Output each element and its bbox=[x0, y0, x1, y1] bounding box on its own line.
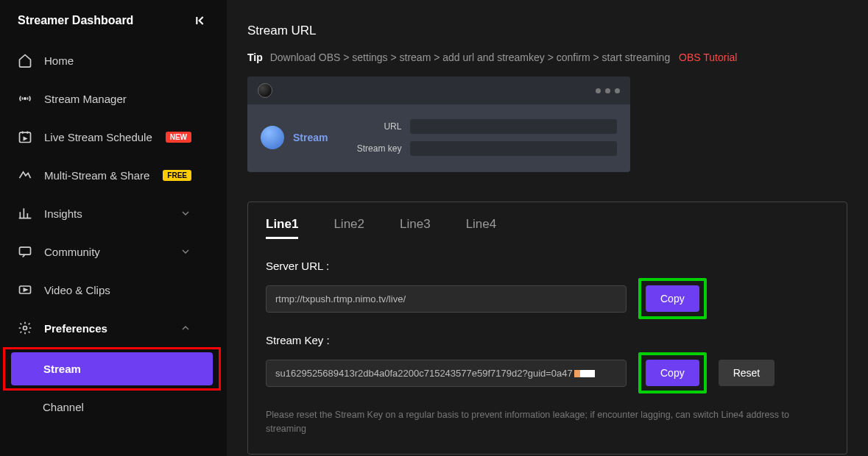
tab-line1[interactable]: Line1 bbox=[266, 217, 298, 239]
masked-suffix bbox=[574, 370, 595, 377]
highlight-stream: Stream bbox=[3, 347, 221, 391]
tip-line: Tip Download OBS > settings > stream > a… bbox=[247, 51, 847, 63]
svg-point-0 bbox=[24, 98, 27, 100]
gear-icon bbox=[18, 321, 32, 335]
obs-url-label: URL bbox=[345, 121, 401, 132]
sidebar-title: Streamer Dashboard bbox=[18, 14, 133, 27]
server-url-input[interactable] bbox=[266, 285, 627, 313]
highlight-copy-url: Copy bbox=[638, 278, 707, 319]
obs-preview: Stream URL Stream key bbox=[247, 76, 630, 172]
sidebar-item-label: Community bbox=[44, 246, 168, 258]
sidebar-subitem-stream[interactable]: Stream bbox=[11, 352, 213, 385]
stream-key-label: Stream Key : bbox=[266, 334, 829, 346]
sidebar-item-multi[interactable]: Multi-Stream & Share FREE bbox=[0, 156, 227, 194]
sidebar: Streamer Dashboard Home Stream Manager L… bbox=[0, 0, 227, 456]
svg-rect-2 bbox=[20, 247, 31, 254]
sidebar-subitem-channel[interactable]: Channel bbox=[0, 391, 227, 424]
server-url-label: Server URL : bbox=[266, 260, 829, 272]
line-panel: Line1 Line2 Line3 Line4 Server URL : Cop… bbox=[247, 202, 847, 455]
obs-tutorial-link[interactable]: OBS Tutorial bbox=[679, 51, 737, 63]
tip-label: Tip bbox=[247, 51, 263, 63]
new-badge: NEW bbox=[166, 132, 191, 143]
sidebar-item-home[interactable]: Home bbox=[0, 41, 227, 79]
sidebar-item-label: Insights bbox=[44, 207, 168, 220]
sidebar-item-label: Video & Clips bbox=[44, 284, 209, 296]
obs-titlebar bbox=[247, 76, 630, 104]
free-badge: FREE bbox=[163, 170, 191, 181]
obs-stream-label: Stream bbox=[293, 132, 328, 143]
obs-key-label: Stream key bbox=[345, 143, 401, 154]
chevron-up-icon bbox=[180, 322, 191, 334]
sidebar-item-label: Preferences bbox=[44, 322, 168, 335]
tab-line4[interactable]: Line4 bbox=[466, 217, 497, 239]
chevron-down-icon bbox=[180, 246, 191, 257]
globe-icon bbox=[261, 126, 284, 149]
sidebar-item-label: Multi-Stream & Share bbox=[44, 169, 151, 182]
video-icon bbox=[18, 282, 32, 297]
calendar-icon bbox=[18, 129, 32, 144]
chevron-down-icon bbox=[180, 207, 191, 219]
tip-text: Download OBS > settings > stream > add u… bbox=[270, 51, 671, 63]
copy-server-url-button[interactable]: Copy bbox=[646, 285, 699, 312]
sidebar-item-label: Live Stream Schedule bbox=[44, 131, 154, 143]
obs-url-input bbox=[410, 119, 617, 134]
reset-stream-key-button[interactable]: Reset bbox=[719, 360, 775, 386]
main-content: Stream URL Tip Download OBS > settings >… bbox=[227, 0, 868, 456]
share-icon bbox=[18, 168, 32, 182]
tab-line2[interactable]: Line2 bbox=[334, 217, 364, 239]
sidebar-item-stream-manager[interactable]: Stream Manager bbox=[0, 79, 227, 118]
sidebar-header: Streamer Dashboard bbox=[0, 13, 227, 41]
sidebar-item-schedule[interactable]: Live Stream Schedule NEW bbox=[0, 118, 227, 156]
chat-icon bbox=[18, 244, 32, 259]
stream-key-input[interactable]: su1629525689413r2db4a0fa2200c715243577e5… bbox=[266, 360, 627, 387]
sidebar-item-community[interactable]: Community bbox=[0, 232, 227, 271]
chart-icon bbox=[18, 206, 32, 221]
copy-stream-key-button[interactable]: Copy bbox=[646, 360, 699, 386]
sidebar-item-insights[interactable]: Insights bbox=[0, 194, 227, 232]
obs-logo-icon bbox=[258, 83, 272, 98]
highlight-copy-key: Copy bbox=[638, 352, 707, 393]
sidebar-item-label: Home bbox=[44, 54, 209, 67]
stream-key-note: Please reset the Stream Key on a regular… bbox=[266, 408, 829, 436]
sidebar-item-label: Stream Manager bbox=[44, 93, 209, 105]
window-dots bbox=[596, 88, 620, 93]
broadcast-icon bbox=[18, 91, 32, 106]
sidebar-item-video[interactable]: Video & Clips bbox=[0, 271, 227, 309]
collapse-icon[interactable] bbox=[194, 13, 209, 28]
tab-line3[interactable]: Line3 bbox=[400, 217, 431, 239]
home-icon bbox=[18, 53, 32, 68]
obs-key-input bbox=[410, 141, 617, 156]
svg-point-4 bbox=[24, 327, 27, 330]
page-title: Stream URL bbox=[247, 24, 847, 38]
line-tabs: Line1 Line2 Line3 Line4 bbox=[266, 217, 829, 239]
sidebar-item-preferences[interactable]: Preferences bbox=[0, 309, 227, 347]
